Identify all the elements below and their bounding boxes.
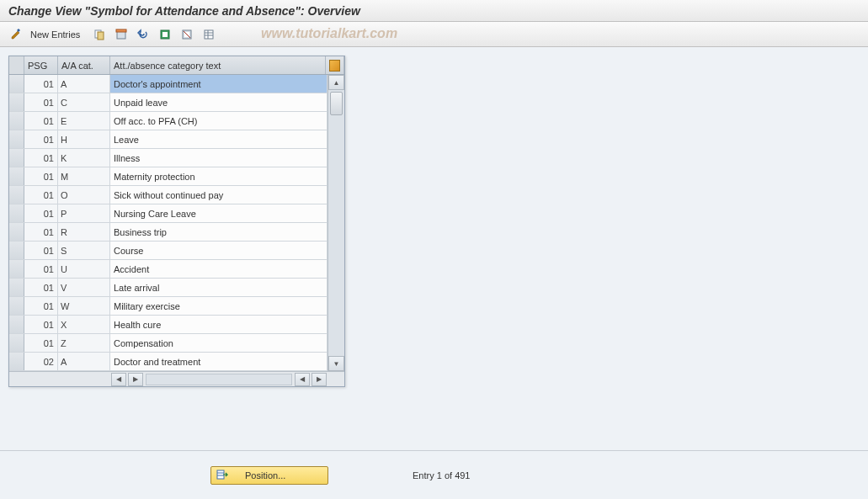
table-row[interactable]: 01UAccident	[9, 260, 327, 279]
table-view-icon[interactable]	[200, 25, 218, 44]
cell-text[interactable]: Doctor's appointment	[110, 75, 327, 93]
row-selector[interactable]	[9, 130, 24, 148]
cell-category: P	[58, 204, 110, 222]
vertical-scrollbar[interactable]: ▲ ▼	[327, 75, 344, 371]
cell-text[interactable]: Sick without continued pay	[110, 186, 327, 204]
footer: Position... Entry 1 of 491	[0, 450, 868, 499]
table-row[interactable]: 01PNursing Care Leave	[9, 204, 327, 223]
cell-category: C	[58, 93, 110, 111]
cell-psg: 01	[24, 130, 58, 148]
select-all-column[interactable]	[9, 56, 24, 74]
cell-category: O	[58, 186, 110, 204]
table-row[interactable]: 01OSick without continued pay	[9, 186, 327, 204]
table-row[interactable]: 01EOff acc. to PFA (CH)	[9, 112, 327, 130]
deselect-all-icon[interactable]	[178, 25, 196, 44]
cell-category: V	[58, 279, 110, 296]
table-row[interactable]: 01SCourse	[9, 242, 327, 260]
cell-text[interactable]: Illness	[110, 149, 327, 167]
table-row[interactable]: 02ADoctor and treatment	[9, 353, 327, 371]
row-selector[interactable]	[9, 260, 24, 278]
scroll-right-small-icon[interactable]: ▶	[128, 373, 143, 386]
cell-text[interactable]: Unpaid leave	[110, 93, 327, 111]
new-entries-button[interactable]: New Entries	[30, 29, 80, 40]
hscroll-track[interactable]	[146, 374, 292, 385]
row-selector[interactable]	[9, 75, 24, 93]
cell-category: A	[58, 353, 110, 370]
table-header: PSG A/A cat. Att./absence category text	[9, 56, 344, 75]
scroll-up-icon[interactable]: ▲	[328, 75, 344, 90]
cell-psg: 01	[24, 112, 58, 130]
cell-text[interactable]: Doctor and treatment	[110, 353, 327, 370]
row-selector[interactable]	[9, 186, 24, 204]
undo-icon[interactable]	[134, 25, 152, 44]
cell-psg: 01	[24, 93, 58, 111]
row-selector[interactable]	[9, 204, 24, 222]
row-selector[interactable]	[9, 149, 24, 167]
column-header-psg[interactable]: PSG	[24, 56, 58, 74]
scroll-left-icon[interactable]: ◀	[111, 373, 126, 386]
table-row[interactable]: 01CUnpaid leave	[9, 93, 327, 112]
watermark-text: www.tutorialkart.com	[261, 26, 397, 41]
table-row[interactable]: 01KIllness	[9, 149, 327, 167]
cell-text[interactable]: Off acc. to PFA (CH)	[110, 112, 327, 130]
cell-psg: 01	[24, 167, 58, 185]
table-row[interactable]: 01ZCompensation	[9, 334, 327, 353]
row-selector[interactable]	[9, 242, 24, 259]
page-title: Change View "Symbol for Attendance and A…	[0, 0, 868, 22]
cell-text[interactable]: Health cure	[110, 316, 327, 333]
toolbar: New Entries www.tutorialkart.com	[0, 22, 868, 47]
table-row[interactable]: 01ADoctor's appointment	[9, 75, 327, 93]
edit-toggle-icon[interactable]	[7, 25, 25, 44]
cell-category: W	[58, 297, 110, 315]
delete-icon[interactable]	[112, 25, 130, 44]
position-icon	[216, 469, 228, 482]
cell-text[interactable]: Late arrival	[110, 279, 327, 296]
position-button[interactable]: Position...	[210, 466, 328, 485]
cell-text[interactable]: Maternity protection	[110, 167, 327, 185]
cell-text[interactable]: Military exercise	[110, 297, 327, 315]
cell-psg: 01	[24, 316, 58, 333]
row-selector[interactable]	[9, 297, 24, 315]
scroll-right-icon[interactable]: ▶	[312, 373, 327, 386]
data-table: PSG A/A cat. Att./absence category text …	[8, 56, 345, 387]
cell-psg: 02	[24, 353, 58, 370]
cell-category: K	[58, 149, 110, 167]
column-header-category[interactable]: A/A cat.	[58, 56, 110, 74]
row-selector[interactable]	[9, 334, 24, 352]
cell-category: M	[58, 167, 110, 185]
cell-text[interactable]: Business trip	[110, 223, 327, 241]
cell-text[interactable]: Accident	[110, 260, 327, 278]
row-selector[interactable]	[9, 316, 24, 333]
row-selector[interactable]	[9, 279, 24, 296]
row-selector[interactable]	[9, 112, 24, 130]
cell-category: R	[58, 223, 110, 241]
select-all-icon[interactable]	[156, 25, 174, 44]
table-row[interactable]: 01VLate arrival	[9, 279, 327, 297]
cell-text[interactable]: Compensation	[110, 334, 327, 352]
table-row[interactable]: 01HLeave	[9, 130, 327, 149]
scroll-down-icon[interactable]: ▼	[328, 356, 344, 371]
cell-psg: 01	[24, 204, 58, 222]
position-button-label: Position...	[245, 470, 285, 480]
scroll-track[interactable]	[328, 90, 344, 356]
copy-icon[interactable]	[90, 25, 109, 44]
table-row[interactable]: 01XHealth cure	[9, 316, 327, 334]
row-selector[interactable]	[9, 223, 24, 241]
cell-text[interactable]: Nursing Care Leave	[110, 204, 327, 222]
horizontal-scrollbar: ◀ ▶ ◀ ▶	[9, 371, 344, 386]
cell-text[interactable]: Course	[110, 242, 327, 259]
table-config-icon[interactable]	[326, 56, 344, 74]
table-row[interactable]: 01WMilitary exercise	[9, 297, 327, 316]
row-selector[interactable]	[9, 167, 24, 185]
row-selector[interactable]	[9, 353, 24, 370]
cell-text[interactable]: Leave	[110, 130, 327, 148]
table-row[interactable]: 01RBusiness trip	[9, 223, 327, 242]
table-row[interactable]: 01MMaternity protection	[9, 167, 327, 186]
scroll-thumb[interactable]	[330, 92, 343, 115]
scroll-left-end-icon[interactable]: ◀	[295, 373, 310, 386]
cell-category: Z	[58, 334, 110, 352]
cell-psg: 01	[24, 260, 58, 278]
cell-psg: 01	[24, 242, 58, 259]
row-selector[interactable]	[9, 93, 24, 111]
column-header-text[interactable]: Att./absence category text	[110, 56, 326, 74]
